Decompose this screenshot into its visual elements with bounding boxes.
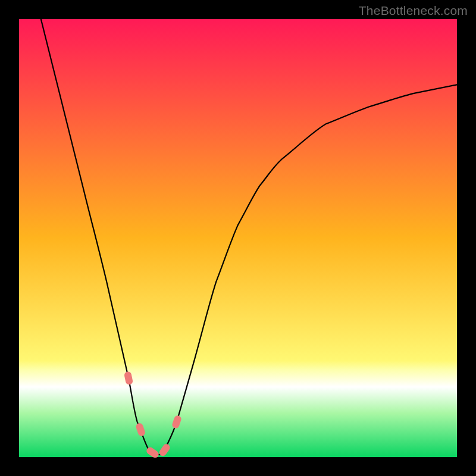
chart-frame: TheBottleneck.com [0,0,476,476]
watermark-text: TheBottleneck.com [359,4,468,18]
plot-background [19,19,457,457]
bottleneck-chart [0,0,476,476]
